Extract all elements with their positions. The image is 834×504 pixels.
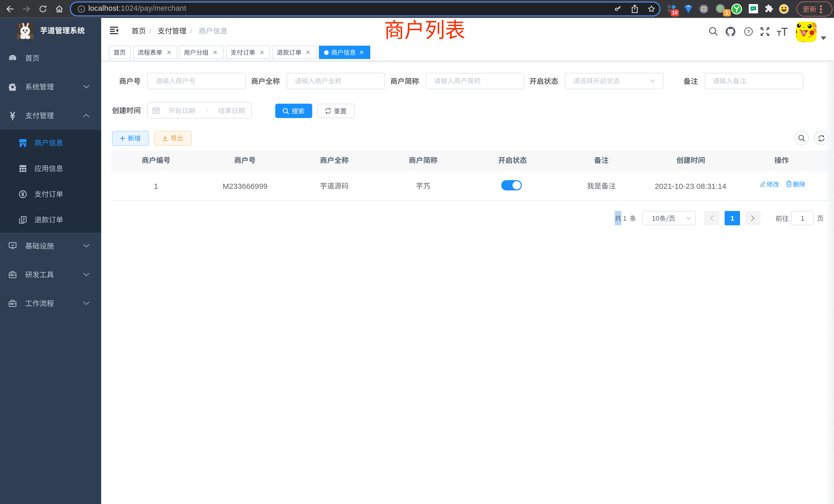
svg-text:?: ?: [747, 29, 750, 35]
